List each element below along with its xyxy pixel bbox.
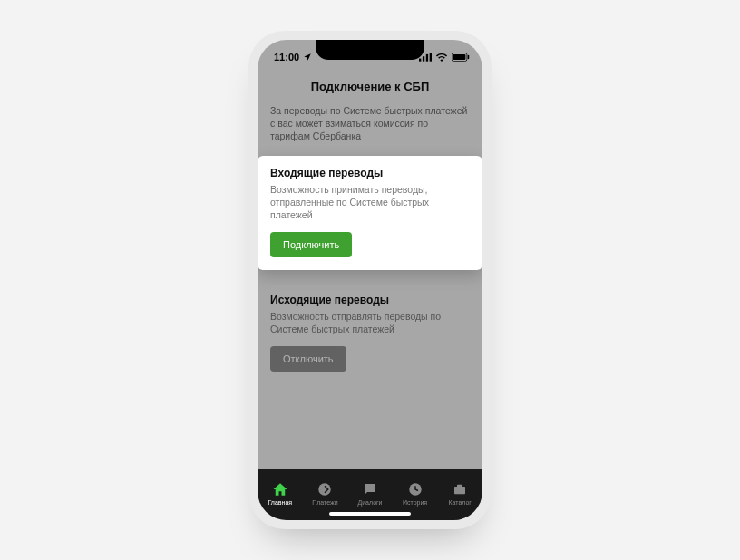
svg-rect-2: [426, 54, 428, 62]
outgoing-desc: Возможность отправлять переводы по Систе…: [270, 310, 470, 335]
dialogs-icon: [362, 481, 378, 497]
tab-history[interactable]: История: [393, 481, 438, 506]
outgoing-title: Исходящие переводы: [270, 294, 470, 306]
app-root: 11:00 Подключение к СБП За переводы по С…: [258, 40, 482, 520]
home-indicator: [329, 512, 411, 516]
svg-rect-1: [423, 56, 424, 61]
battery-icon: [452, 53, 470, 62]
tab-catalog-label: Каталог: [448, 499, 471, 506]
incoming-desc: Возможность принимать переводы, отправле…: [270, 183, 470, 222]
tab-home[interactable]: Главная: [258, 481, 303, 506]
fee-disclaimer: За переводы по Системе быстрых платежей …: [258, 104, 482, 156]
tab-payments[interactable]: Платежи: [303, 481, 348, 506]
outgoing-transfers-card: Исходящие переводы Возможность отправлят…: [258, 283, 482, 384]
page-title: Подключение к СБП: [258, 67, 482, 104]
svg-rect-10: [457, 484, 462, 487]
tab-dialogs[interactable]: Диалоги: [347, 481, 393, 506]
svg-rect-6: [468, 55, 470, 60]
location-icon: [303, 53, 312, 62]
tab-dialogs-label: Диалоги: [357, 499, 382, 506]
svg-rect-0: [419, 59, 421, 62]
connect-button[interactable]: Подключить: [270, 232, 352, 257]
tab-catalog[interactable]: Каталог: [437, 481, 482, 506]
incoming-title: Входящие переводы: [270, 167, 470, 179]
status-time: 11:00: [274, 52, 299, 63]
disconnect-button[interactable]: Отключить: [270, 346, 346, 372]
phone-device-frame: 11:00 Подключение к СБП За переводы по С…: [248, 31, 492, 529]
svg-rect-5: [453, 54, 466, 60]
payments-icon: [316, 481, 333, 497]
svg-rect-9: [454, 487, 465, 494]
phone-notch: [316, 40, 424, 60]
incoming-transfers-card: Входящие переводы Возможность принимать …: [258, 156, 482, 271]
home-icon: [272, 481, 288, 497]
tab-history-label: История: [403, 499, 427, 506]
catalog-icon: [452, 481, 468, 497]
history-icon: [407, 481, 424, 497]
phone-screen: 11:00 Подключение к СБП За переводы по С…: [258, 40, 482, 520]
wifi-icon: [435, 53, 448, 62]
tab-payments-label: Платежи: [312, 499, 337, 506]
tab-home-label: Главная: [268, 499, 292, 506]
svg-rect-3: [430, 53, 432, 61]
